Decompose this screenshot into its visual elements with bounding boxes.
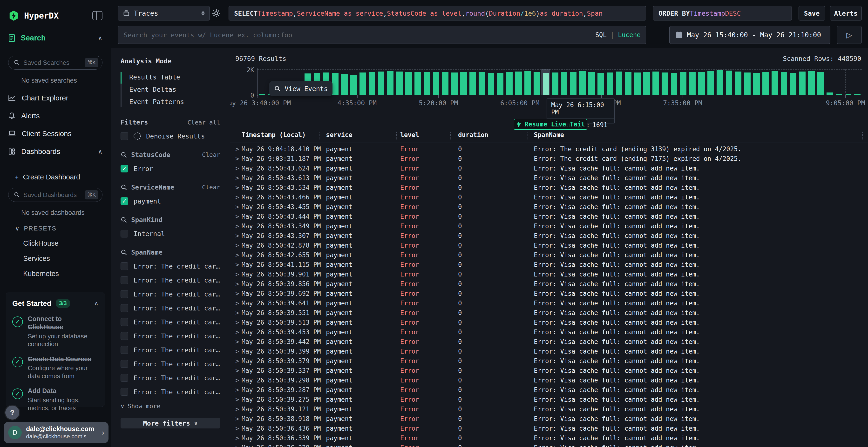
histogram-bar[interactable] <box>570 72 577 95</box>
tab-event-patterns[interactable]: Event Patterns <box>129 96 220 108</box>
checkbox-unchecked[interactable] <box>121 304 128 312</box>
histogram-bar[interactable] <box>671 73 677 95</box>
row-expander-icon[interactable]: > <box>235 375 239 385</box>
table-row[interactable]: >May 26 8:50:39.337 PMpaymentError0Error… <box>230 366 868 375</box>
column-resize-handle[interactable] <box>862 132 863 139</box>
col-header-duration[interactable]: duration <box>458 131 488 138</box>
more-filters-button[interactable]: More filters ∨ <box>121 418 220 428</box>
histogram-bar[interactable] <box>350 75 357 95</box>
table-row[interactable]: >May 26 8:50:42.878 PMpaymentError0Error… <box>230 241 868 250</box>
filter-option-spanname[interactable]: Error: The credit card … <box>121 276 220 284</box>
checkbox-unchecked[interactable] <box>121 374 128 382</box>
tab-results-table[interactable]: Results Table <box>129 71 220 83</box>
filter-option-spanname[interactable]: Error: The credit card … <box>121 346 220 354</box>
order-by-input[interactable]: ORDER BY Timestamp DESC <box>653 6 792 21</box>
row-expander-icon[interactable]: > <box>235 327 239 337</box>
run-query-button[interactable]: ▷ <box>837 26 862 44</box>
filter-option-internal[interactable]: Internal <box>121 230 220 238</box>
histogram-bar[interactable] <box>597 73 604 95</box>
search-icon[interactable] <box>121 216 127 223</box>
table-row[interactable]: >May 26 8:50:43.349 PMpaymentError0Error… <box>230 221 868 231</box>
clear-filter-button[interactable]: Clear <box>202 151 220 158</box>
source-select[interactable]: Traces <box>118 6 210 21</box>
histogram-bar[interactable] <box>744 72 751 95</box>
create-dashboard-button[interactable]: + Create Dashboard <box>15 173 102 181</box>
histogram-bars[interactable] <box>257 69 862 95</box>
get-started-header[interactable]: Get Started 3/3 ∧ <box>12 299 99 308</box>
row-expander-icon[interactable]: > <box>235 433 239 443</box>
filter-option-spanname[interactable]: Error: The credit card … <box>121 290 220 298</box>
checkbox-checked[interactable]: ✓ <box>121 197 128 205</box>
histogram-bar[interactable] <box>332 73 339 95</box>
event-search-input[interactable] <box>118 31 646 39</box>
filter-option-error[interactable]: ✓ Error <box>121 165 220 172</box>
checkbox-unchecked[interactable] <box>121 360 128 368</box>
table-row[interactable]: >May 26 8:50:42.655 PMpaymentError0Error… <box>230 250 868 260</box>
preset-item-clickhouse[interactable]: ClickHouse <box>23 239 102 247</box>
histogram-bar[interactable] <box>341 74 348 95</box>
checkbox-checked[interactable]: ✓ <box>121 165 128 172</box>
checkbox-unchecked[interactable] <box>121 230 128 238</box>
search-icon[interactable] <box>121 151 127 158</box>
sidebar-item-client-sessions[interactable]: Client Sessions <box>8 130 102 138</box>
row-expander-icon[interactable]: > <box>235 404 239 414</box>
table-row[interactable]: >May 26 8:50:39.453 PMpaymentError0Error… <box>230 327 868 337</box>
histogram-bar[interactable] <box>726 71 732 95</box>
checkbox-unchecked[interactable] <box>121 332 128 340</box>
row-expander-icon[interactable]: > <box>235 231 239 241</box>
column-resize-handle[interactable] <box>451 132 451 139</box>
row-expander-icon[interactable]: > <box>235 164 239 173</box>
checkbox-unchecked[interactable] <box>121 290 128 298</box>
col-header-level[interactable]: level <box>400 131 419 138</box>
saved-dashboards-field[interactable] <box>23 191 81 199</box>
table-row[interactable]: >May 26 8:50:38.918 PMpaymentError0Error… <box>230 414 868 424</box>
table-row[interactable]: >May 26 8:50:43.534 PMpaymentError0Error… <box>230 183 868 193</box>
show-more-button[interactable]: ∨ Show more <box>121 403 220 410</box>
histogram-bar[interactable] <box>506 72 513 95</box>
row-expander-icon[interactable]: > <box>235 424 239 433</box>
chevron-up-icon[interactable]: ∧ <box>98 148 102 156</box>
histogram-bar[interactable] <box>414 72 421 95</box>
histogram-bar[interactable] <box>478 72 485 95</box>
sidebar-collapse-icon[interactable] <box>92 11 102 20</box>
lucene-mode-label[interactable]: Lucene <box>618 31 641 38</box>
row-expander-icon[interactable]: > <box>235 212 239 221</box>
search-icon[interactable] <box>121 184 127 191</box>
table-row[interactable]: >May 26 9:04:18.410 PMpaymentError0Error… <box>230 144 868 154</box>
table-row[interactable]: >May 26 8:50:39.856 PMpaymentError0Error… <box>230 279 868 289</box>
chevron-up-icon[interactable]: ∧ <box>98 34 102 42</box>
filter-option-spanname[interactable]: Error: The credit card … <box>121 262 220 270</box>
histogram-bar[interactable] <box>607 72 613 95</box>
histogram-bar[interactable] <box>451 72 458 95</box>
row-expander-icon[interactable]: > <box>235 279 239 289</box>
histogram-bar[interactable] <box>424 72 430 95</box>
alerts-button[interactable]: Alerts <box>830 6 862 21</box>
row-expander-icon[interactable]: > <box>235 308 239 318</box>
column-resize-handle[interactable] <box>319 132 319 139</box>
histogram-bar[interactable] <box>469 72 476 95</box>
help-button[interactable]: ? <box>5 406 19 419</box>
filter-option-spanname[interactable]: Error: The credit card … <box>121 360 220 368</box>
table-row[interactable]: >May 26 8:50:36.329 PMpaymentError0Error… <box>230 443 868 447</box>
histogram-bar[interactable] <box>460 72 467 95</box>
saved-dashboards-input[interactable]: ⌘K <box>8 188 102 202</box>
table-row[interactable]: >May 26 9:03:31.187 PMpaymentError0Error… <box>230 154 868 164</box>
checkbox-unchecked[interactable] <box>121 276 128 284</box>
histogram-bar[interactable] <box>698 72 705 95</box>
row-expander-icon[interactable]: > <box>235 443 239 447</box>
histogram-bar[interactable] <box>817 72 824 95</box>
histogram-bar[interactable] <box>561 72 567 95</box>
histogram-bar[interactable] <box>396 72 403 95</box>
table-row[interactable]: >May 26 8:50:39.513 PMpaymentError0Error… <box>230 318 868 327</box>
preset-item-kubernetes[interactable]: Kubernetes <box>23 270 102 278</box>
get-started-item[interactable]: ✓Add DataStart sending logs, metrics, or… <box>12 387 99 412</box>
row-expander-icon[interactable]: > <box>235 202 239 212</box>
table-row[interactable]: >May 26 8:50:43.613 PMpaymentError0Error… <box>230 173 868 183</box>
table-row[interactable]: >May 26 8:50:39.399 PMpaymentError0Error… <box>230 347 868 356</box>
clear-filter-button[interactable]: Clear <box>202 184 220 191</box>
sql-select-input[interactable]: SELECT Timestamp, ServiceName as service… <box>228 6 646 21</box>
row-expander-icon[interactable]: > <box>235 270 239 279</box>
table-row[interactable]: >May 26 8:50:39.692 PMpaymentError0Error… <box>230 289 868 299</box>
row-expander-icon[interactable]: > <box>235 385 239 395</box>
histogram-bar[interactable] <box>442 72 448 95</box>
